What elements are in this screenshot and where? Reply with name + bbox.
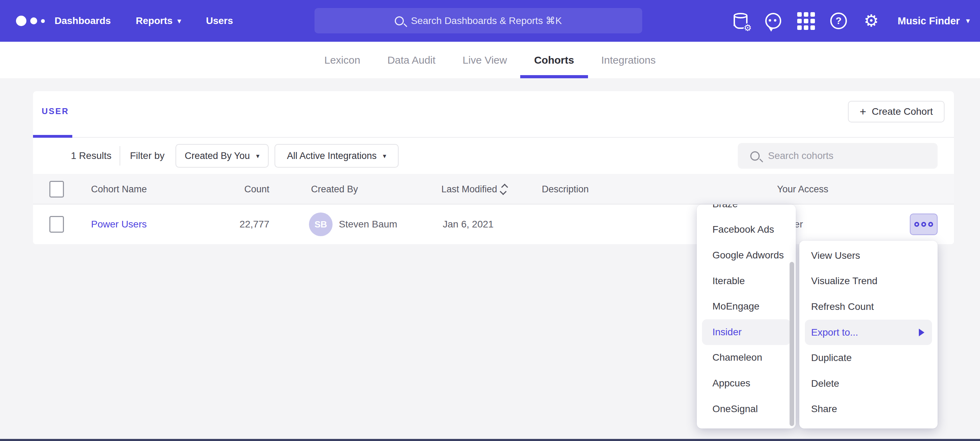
logo-dot-medium [30,18,37,24]
settings-icon[interactable]: ⚙ [862,12,880,30]
chevron-down-icon: ▾ [966,16,970,26]
nav-menu: Dashboards Reports ▾ Users [54,0,233,42]
column-header-description[interactable]: Description [542,174,589,205]
cohort-search-box [738,143,938,169]
menu-item-visualize-trend[interactable]: Visualize Trend [799,268,938,294]
nav-item-label: Users [206,15,233,26]
menu-item-duplicate[interactable]: Duplicate [799,345,938,371]
apps-grid-icon[interactable] [797,12,815,30]
dot-icon [921,222,926,227]
top-nav: Dashboards Reports ▾ Users Search Dashbo… [0,0,980,42]
creator-name: Steven Baum [339,219,397,230]
bottom-edge-bar [0,439,980,441]
data-connections-icon[interactable]: ⚙ [732,12,749,30]
cohort-name-cell: Power Users [91,205,146,244]
created-by-cell: SB Steven Baum [309,205,397,244]
mixpanel-logo-icon[interactable] [16,0,45,42]
menu-item-delete[interactable]: Delete [799,371,938,396]
tab-integrations[interactable]: Integrations [601,42,656,78]
menu-item-google-adwords[interactable]: Google Adwords [697,243,796,268]
chevron-down-icon: ▾ [256,152,259,160]
tab-label: Lexicon [324,54,360,66]
menu-item-moengage[interactable]: MoEngage [697,294,796,319]
tab-cohorts[interactable]: Cohorts [534,42,574,78]
column-header-your-access[interactable]: Your Access [777,174,829,205]
select-all-checkbox[interactable] [49,181,64,198]
column-label: Last Modified [441,184,497,195]
menu-item-share[interactable]: Share [799,396,938,422]
nav-item-label: Dashboards [54,15,111,26]
tab-user-cohorts[interactable]: USER [42,106,69,116]
integrations-filter-dropdown[interactable]: All Active Integrations ▾ [275,144,399,168]
count-cell: 22,777 [200,205,269,244]
nav-right-cluster: ⚙ ? ⚙ Music Finder ▾ [732,0,970,42]
nav-item-users[interactable]: Users [206,15,233,26]
filter-toolbar: 1 Results Filter by Created By You ▾ All… [33,138,954,174]
nav-item-reports[interactable]: Reports ▾ [136,15,181,26]
cohort-type-tab-row: USER + Create Cohort [33,91,954,138]
global-search-bar[interactable]: Search Dashboards & Reports ⌘K [315,8,642,34]
last-modified-cell: Jan 6, 2021 [443,205,493,244]
cohort-search-input[interactable] [768,150,921,161]
export-targets-menu: Braze Facebook Ads Google Adwords Iterab… [697,205,796,428]
filter-value: Created By You [185,150,250,161]
row-checkbox[interactable] [49,216,64,233]
column-header-last-modified[interactable]: Last Modified [441,174,506,205]
column-header-count[interactable]: Count [200,174,269,205]
results-count: 1 Results [71,138,111,174]
menu-scrollbar[interactable] [789,262,794,426]
gear-badge-icon: ⚙ [744,23,752,32]
search-icon [395,16,404,26]
avatar: SB [309,213,332,236]
create-cohort-button[interactable]: + Create Cohort [848,101,945,122]
menu-item-export-to[interactable]: Export to... [805,320,932,345]
menu-item-facebook-ads[interactable]: Facebook Ads [697,217,796,243]
menu-item-braze[interactable]: Braze [697,205,796,217]
search-icon [750,151,760,161]
question-mark-icon: ? [830,13,847,29]
divider [119,146,120,166]
menu-item-chameleon[interactable]: Chameleon [697,345,796,371]
create-cohort-label: Create Cohort [872,106,933,117]
column-header-cohort-name[interactable]: Cohort Name [91,174,147,205]
sort-icon[interactable] [501,184,506,195]
feedback-icon[interactable] [764,12,782,30]
plus-icon: + [860,105,866,118]
project-switcher[interactable]: Music Finder ▾ [898,15,970,27]
menu-item-iterable[interactable]: Iterable [697,268,796,294]
created-by-filter-dropdown[interactable]: Created By You ▾ [175,144,269,168]
menu-item-label: Export to... [811,327,858,338]
tab-data-audit[interactable]: Data Audit [388,42,436,78]
chevron-down-icon: ▾ [383,152,387,160]
menu-item-onesignal[interactable]: OneSignal [697,396,796,422]
export-targets-list: Braze Facebook Ads Google Adwords Iterab… [697,205,796,422]
grid-icon [797,12,815,30]
tab-label: Cohorts [534,54,574,66]
nav-item-dashboards[interactable]: Dashboards [54,15,111,26]
global-search-placeholder: Search Dashboards & Reports ⌘K [411,15,562,26]
chevron-down-icon: ▾ [178,17,181,25]
filter-value: All Active Integrations [287,150,377,161]
help-icon[interactable]: ? [829,12,848,30]
table-header: Cohort Name Count Created By Last Modifi… [33,174,954,205]
table-row: Power Users 22,777 SB Steven Baum Jan 6,… [33,205,954,244]
context-menu-list: View Users Visualize Trend Refresh Count… [799,243,938,422]
menu-item-insider[interactable]: Insider [702,319,791,345]
menu-item-view-users[interactable]: View Users [799,243,938,268]
menu-item-refresh-count[interactable]: Refresh Count [799,294,938,320]
logo-dot-small [41,19,45,23]
row-actions-button[interactable] [910,214,938,235]
column-header-created-by[interactable]: Created By [311,174,358,205]
nav-item-label: Reports [136,15,173,26]
cohorts-page: Dashboards Reports ▾ Users Search Dashbo… [0,0,980,441]
gear-icon: ⚙ [864,13,878,29]
section-tabs: Lexicon Data Audit Live View Cohorts Int… [0,42,980,78]
dot-icon [914,222,919,227]
tab-lexicon[interactable]: Lexicon [324,42,360,78]
tab-label: Live View [463,54,507,66]
menu-item-appcues[interactable]: Appcues [697,371,796,396]
logo-dot-large [16,16,26,26]
tab-label: Data Audit [388,54,436,66]
cohort-link[interactable]: Power Users [91,219,146,230]
tab-live-view[interactable]: Live View [463,42,507,78]
